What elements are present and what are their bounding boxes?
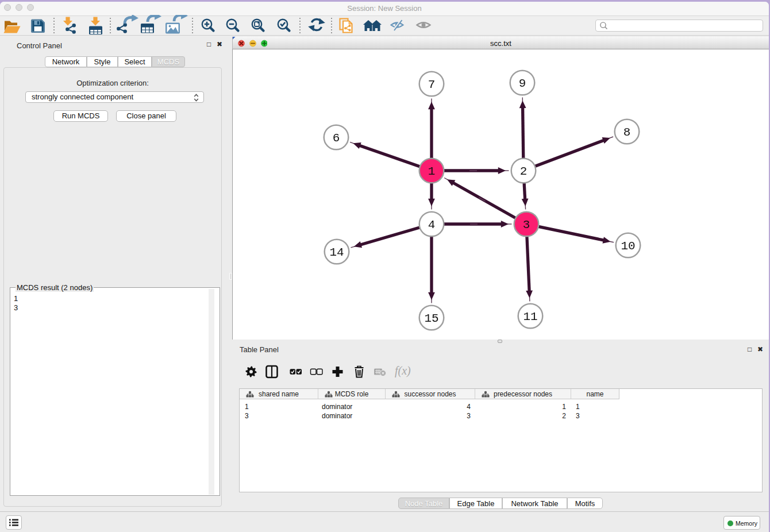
svg-text:10: 10 bbox=[621, 240, 635, 253]
svg-text:9: 9 bbox=[519, 77, 526, 90]
svg-text:7: 7 bbox=[428, 78, 436, 91]
svg-text:15: 15 bbox=[424, 312, 438, 325]
svg-text:1: 1 bbox=[428, 165, 436, 178]
svg-text:3: 3 bbox=[523, 218, 530, 232]
svg-text:2: 2 bbox=[520, 165, 528, 178]
svg-text:14: 14 bbox=[329, 246, 344, 259]
svg-text:8: 8 bbox=[623, 126, 631, 139]
svg-text:4: 4 bbox=[428, 218, 436, 232]
svg-text:11: 11 bbox=[523, 310, 537, 323]
svg-text:6: 6 bbox=[333, 132, 340, 145]
